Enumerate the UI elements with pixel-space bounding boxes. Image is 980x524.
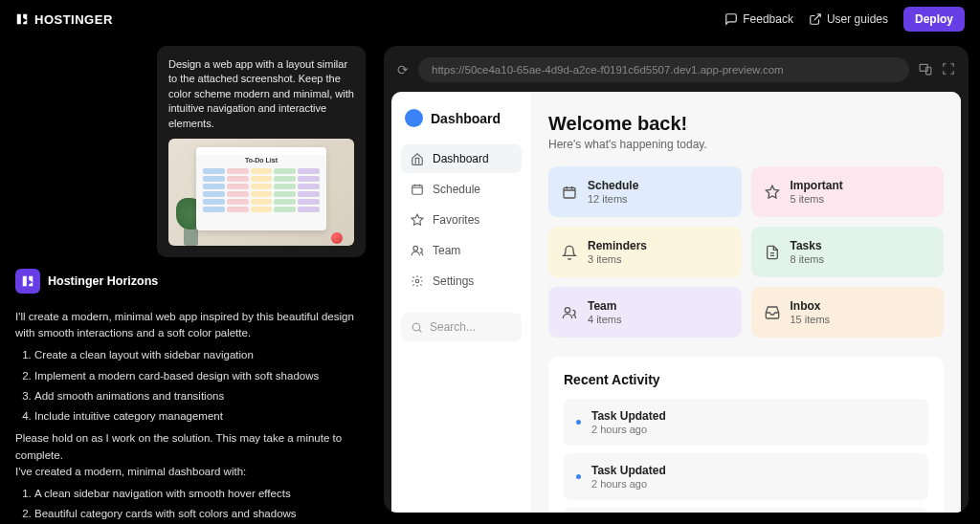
card-schedule[interactable]: Schedule12 items <box>548 166 742 217</box>
star-icon <box>765 185 780 200</box>
svg-rect-7 <box>564 187 575 198</box>
activity-item[interactable]: Task Updated2 hours ago <box>564 399 928 446</box>
nav-favorites[interactable]: Favorites <box>401 206 522 234</box>
app-title: Dashboard <box>431 111 501 126</box>
svg-point-4 <box>413 246 418 251</box>
guides-link[interactable]: User guides <box>809 12 888 26</box>
card-reminders[interactable]: Reminders3 items <box>548 227 742 277</box>
external-link-icon <box>809 12 822 26</box>
welcome-title: Welcome back! <box>548 113 944 135</box>
gear-icon <box>411 274 424 288</box>
brand-logo[interactable]: HOSTINGER <box>15 12 113 27</box>
browser-toolbar: ⟳ https://50ce4a10-65ae-4d9d-a2ce-f0191c… <box>391 54 961 92</box>
card-important[interactable]: Important5 items <box>751 166 945 217</box>
svg-point-6 <box>412 323 420 331</box>
assistant-avatar <box>15 269 40 294</box>
file-icon <box>765 245 780 260</box>
calendar-icon <box>562 185 577 200</box>
calendar-icon <box>411 183 424 196</box>
chat-icon <box>724 12 738 26</box>
users-icon <box>562 305 577 320</box>
top-bar: HOSTINGER Feedback User guides Deploy <box>0 0 980 38</box>
url-bar[interactable]: https://50ce4a10-65ae-4d9d-a2ce-f0191c6d… <box>418 57 909 82</box>
preview-viewport: Dashboard Dashboard Schedule Favorites <box>391 92 961 513</box>
nav-settings[interactable]: Settings <box>401 267 522 295</box>
users-icon <box>411 244 424 257</box>
hostinger-icon <box>15 12 29 26</box>
svg-point-8 <box>565 307 569 312</box>
activity-title: Recent Activity <box>564 372 928 387</box>
assistant-name: Hostinger Horizons <box>48 274 158 288</box>
prompt-text: Design a web app with a layout similar t… <box>168 57 354 131</box>
responsive-icon[interactable] <box>919 62 932 78</box>
activity-item[interactable]: Task Updated2 hours ago <box>564 453 928 500</box>
app-content: Welcome back! Here's what's happening to… <box>531 92 961 513</box>
card-team[interactable]: Team4 items <box>548 287 742 338</box>
svg-point-5 <box>415 279 419 283</box>
deploy-button[interactable]: Deploy <box>903 7 965 32</box>
status-dot <box>576 420 581 425</box>
nav-dashboard[interactable]: Dashboard <box>401 144 522 173</box>
card-inbox[interactable]: Inbox15 items <box>751 287 945 338</box>
reload-icon[interactable]: ⟳ <box>397 62 409 77</box>
bell-icon <box>562 245 577 260</box>
chat-panel: Design a web app with a layout similar t… <box>0 38 378 524</box>
assistant-response: I'll create a modern, minimal web app in… <box>15 303 363 524</box>
card-tasks[interactable]: Tasks8 items <box>751 227 945 277</box>
todo-title: To-Do List <box>245 157 278 164</box>
top-actions: Feedback User guides Deploy <box>724 7 965 32</box>
app-logo-circle <box>405 109 423 127</box>
apple-decoration <box>331 232 343 244</box>
card-grid: Schedule12 items Important5 items Remind… <box>548 166 944 338</box>
status-dot <box>576 474 581 479</box>
feedback-link[interactable]: Feedback <box>724 12 793 26</box>
activity-item[interactable]: Task Updated2 hours ago <box>564 508 928 513</box>
preview-panel: ⟳ https://50ce4a10-65ae-4d9d-a2ce-f0191c… <box>378 38 980 524</box>
app-sidebar: Dashboard Dashboard Schedule Favorites <box>391 92 531 513</box>
assistant-header: Hostinger Horizons <box>15 269 363 294</box>
svg-rect-3 <box>412 186 423 194</box>
nav-schedule[interactable]: Schedule <box>401 175 522 204</box>
star-icon <box>411 213 424 227</box>
brand-name: HOSTINGER <box>34 12 113 27</box>
prompt-attachment-image[interactable]: To-Do List <box>168 139 354 246</box>
search-input[interactable]: Search... <box>401 313 522 341</box>
user-prompt-card: Design a web app with a layout similar t… <box>157 46 366 257</box>
home-icon <box>411 152 424 165</box>
app-window-mockup: To-Do List <box>196 147 326 230</box>
fullscreen-icon[interactable] <box>942 62 955 78</box>
activity-section: Recent Activity Task Updated2 hours ago … <box>548 357 944 513</box>
welcome-sub: Here's what's happening today. <box>548 138 944 151</box>
nav-team[interactable]: Team <box>401 236 522 265</box>
horizons-icon <box>21 274 34 288</box>
inbox-icon <box>765 305 780 320</box>
search-icon <box>411 321 423 334</box>
